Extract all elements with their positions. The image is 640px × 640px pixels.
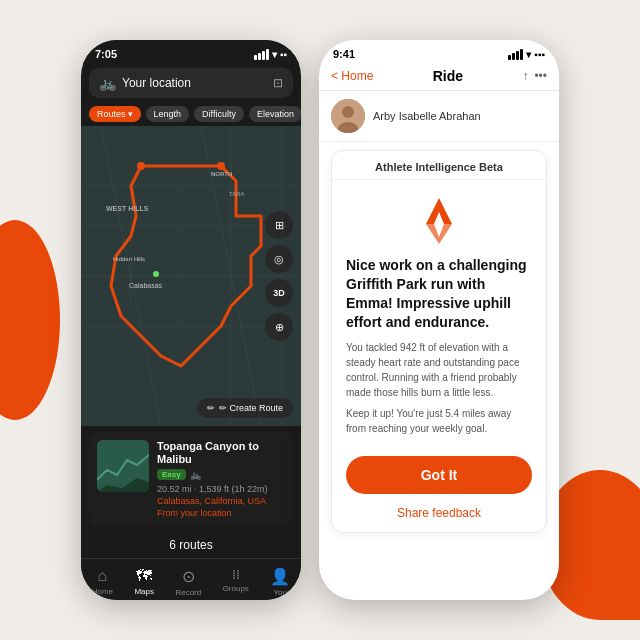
intel-card-header: Athlete Intelligence Beta: [332, 151, 546, 180]
svg-text:NORTH: NORTH: [211, 171, 232, 177]
status-icons-left: ▾ ▪▪: [254, 49, 287, 60]
svg-text:Calabasas: Calabasas: [129, 282, 163, 289]
bike-icon: 🚲: [99, 75, 116, 91]
route-title: Topanga Canyon to Malibu: [157, 440, 285, 466]
route-distance: 20.52 mi · 1,539 ft (1h 22m): [157, 484, 268, 494]
bookmark-icon: ⊡: [273, 76, 283, 90]
back-button[interactable]: < Home: [331, 69, 373, 83]
maps-icon: 🗺: [136, 567, 152, 585]
home-icon: ⌂: [98, 567, 108, 585]
intel-card: Athlete Intelligence Beta Nice work on a…: [331, 150, 547, 533]
nav-record[interactable]: ⊙ Record: [175, 567, 201, 597]
route-location-name: Calabasas, California, USA: [157, 496, 285, 506]
route-meta: Easy 🚲 20.52 mi · 1,539 ft (1h 22m): [157, 469, 285, 494]
filter-routes[interactable]: Routes ▾: [89, 106, 141, 122]
route-thumbnail: [97, 440, 149, 492]
filter-length[interactable]: Length: [146, 106, 190, 122]
athlete-name: Arby Isabelle Abrahan: [373, 110, 481, 122]
status-bar-right: 9:41 ▾ ▪▪▪: [319, 40, 559, 64]
filter-elevation[interactable]: Elevation: [249, 106, 301, 122]
record-icon: ⊙: [182, 567, 195, 586]
create-route-button[interactable]: ✏ ✏ Create Route: [197, 398, 293, 418]
location-text: Your location: [122, 76, 267, 90]
map-controls: ⊞ ◎ 3D ⊕: [265, 211, 293, 341]
intel-body-p2: Keep it up! You're just 5.4 miles away f…: [346, 406, 532, 436]
nav-you-label: You: [274, 588, 288, 597]
intel-body: You tackled 942 ft of elevation with a s…: [332, 340, 546, 450]
filter-row: Routes ▾ Length Difficulty Elevation: [81, 102, 301, 126]
share-icon[interactable]: ↑: [522, 69, 528, 83]
groups-icon: ⁞⁞: [232, 567, 240, 582]
phone-left: 7:05 ▾ ▪▪ 🚲 Your location ⊡ Routes: [81, 40, 301, 600]
strava-logo: [332, 180, 546, 252]
from-location: From your location: [157, 508, 285, 518]
svg-text:WEST HILLS: WEST HILLS: [106, 205, 149, 212]
status-bar-left: 7:05 ▾ ▪▪: [81, 40, 301, 64]
map-area[interactable]: WEST HILLS Hidden Hills Calabasas NORTH …: [81, 126, 301, 426]
nav-actions: ↑ •••: [522, 69, 547, 83]
signal-icon-left: [254, 49, 269, 60]
wifi-icon-left: ▾: [272, 49, 277, 60]
nav-groups[interactable]: ⁞⁞ Groups: [223, 567, 249, 597]
more-icon[interactable]: •••: [534, 69, 547, 83]
got-it-button[interactable]: Got It: [346, 456, 532, 494]
you-icon: 👤: [270, 567, 290, 586]
layers-button[interactable]: ⊞: [265, 211, 293, 239]
nav-you[interactable]: 👤 You: [270, 567, 290, 597]
location-button[interactable]: ⊕: [265, 313, 293, 341]
wifi-icon-right: ▾: [526, 49, 531, 60]
nav-record-label: Record: [175, 588, 201, 597]
bike-meta-icon: 🚲: [190, 470, 201, 480]
nav-home-label: Home: [92, 587, 113, 596]
intel-headline: Nice work on a challenging Griffith Park…: [332, 252, 546, 340]
battery-icon-left: ▪▪: [280, 49, 287, 60]
time-left: 7:05: [95, 48, 117, 60]
bottom-nav: ⌂ Home 🗺 Maps ⊙ Record ⁞⁞ Groups 👤 You: [81, 558, 301, 600]
nav-maps-label: Maps: [134, 587, 154, 596]
svg-point-11: [217, 162, 225, 170]
svg-point-14: [153, 271, 159, 277]
status-icons-right: ▾ ▪▪▪: [508, 49, 545, 60]
decorative-blob-left: [0, 220, 60, 420]
phone-right: 9:41 ▾ ▪▪▪ < Home Ride ↑ •••: [319, 40, 559, 600]
share-feedback-button[interactable]: Share feedback: [332, 502, 546, 532]
satellite-button[interactable]: ◎: [265, 245, 293, 273]
route-info: Topanga Canyon to Malibu Easy 🚲 20.52 mi…: [157, 440, 285, 518]
svg-marker-22: [426, 198, 452, 224]
svg-point-10: [137, 162, 145, 170]
athlete-row: Arby Isabelle Abrahan: [319, 91, 559, 142]
page-title-right: Ride: [433, 68, 463, 84]
nav-header-right: < Home Ride ↑ •••: [319, 64, 559, 91]
svg-marker-23: [426, 224, 452, 244]
filter-difficulty[interactable]: Difficulty: [194, 106, 244, 122]
svg-point-20: [342, 106, 354, 118]
routes-count: 6 routes: [81, 532, 301, 558]
pencil-icon: ✏: [207, 403, 215, 413]
signal-icon-right: [508, 49, 523, 60]
nav-maps[interactable]: 🗺 Maps: [134, 567, 154, 597]
nav-groups-label: Groups: [223, 584, 249, 593]
route-card[interactable]: Topanga Canyon to Malibu Easy 🚲 20.52 mi…: [89, 432, 293, 526]
intel-body-p1: You tackled 942 ft of elevation with a s…: [346, 340, 532, 400]
3d-button[interactable]: 3D: [265, 279, 293, 307]
athlete-avatar: [331, 99, 365, 133]
create-route-label: ✏ Create Route: [219, 403, 283, 413]
search-bar[interactable]: 🚲 Your location ⊡: [89, 68, 293, 98]
phones-container: 7:05 ▾ ▪▪ 🚲 Your location ⊡ Routes: [81, 40, 559, 600]
difficulty-badge: Easy: [157, 469, 186, 480]
svg-text:TARA: TARA: [229, 191, 245, 197]
nav-home[interactable]: ⌂ Home: [92, 567, 113, 597]
svg-text:Hidden Hills: Hidden Hills: [113, 256, 145, 262]
time-right: 9:41: [333, 48, 355, 60]
battery-icon-right: ▪▪▪: [534, 49, 545, 60]
